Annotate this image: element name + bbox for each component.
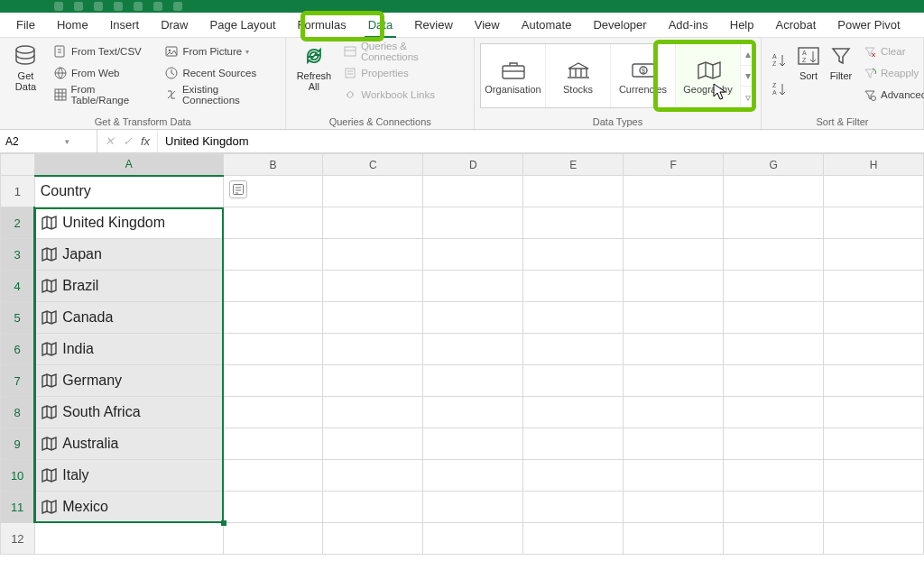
cell-H1[interactable] xyxy=(824,176,924,207)
cell-H12[interactable] xyxy=(824,523,924,555)
get-data-button[interactable]: Get Data xyxy=(5,41,46,94)
cell-H7[interactable] xyxy=(824,365,924,397)
cell-D12[interactable] xyxy=(423,523,523,555)
tab-help[interactable]: Help xyxy=(721,14,763,37)
enter-icon[interactable]: ✓ xyxy=(121,134,134,148)
recent-sources-button[interactable]: Recent Sources xyxy=(161,63,280,83)
data-type-currencies[interactable]: $ Currencies xyxy=(611,44,676,107)
cells-table[interactable]: A B C D E F G H 1Country2United Kingdom3… xyxy=(0,153,924,555)
cell-B3[interactable] xyxy=(223,239,323,271)
col-header-F[interactable]: F xyxy=(624,154,724,176)
row-header-3[interactable]: 3 xyxy=(1,239,35,271)
cell-A10[interactable]: Italy xyxy=(34,460,223,492)
fill-handle[interactable] xyxy=(221,520,226,526)
tab-file[interactable]: File xyxy=(7,14,44,37)
gallery-scroll-up[interactable]: ▴ xyxy=(741,44,755,66)
cell-D9[interactable] xyxy=(423,428,523,460)
cell-B8[interactable] xyxy=(223,397,323,428)
cell-D1[interactable] xyxy=(423,176,523,207)
tab-view[interactable]: View xyxy=(466,14,509,37)
reapply-button[interactable]: Reapply xyxy=(859,63,924,83)
cell-G5[interactable] xyxy=(724,302,824,334)
tab-developer[interactable]: Developer xyxy=(584,14,655,37)
cell-F6[interactable] xyxy=(624,334,724,365)
cell-D3[interactable] xyxy=(423,239,523,271)
advanced-filter-button[interactable]: Advanced xyxy=(859,85,924,105)
row-header-12[interactable]: 12 xyxy=(1,523,35,555)
row-header-9[interactable]: 9 xyxy=(1,428,35,460)
cell-G3[interactable] xyxy=(724,239,824,271)
tab-formulas[interactable]: Formulas xyxy=(289,14,356,37)
cell-E3[interactable] xyxy=(523,239,624,271)
tab-data[interactable]: Data xyxy=(359,14,402,37)
cell-F8[interactable] xyxy=(624,397,724,428)
cell-E6[interactable] xyxy=(523,334,624,365)
data-type-stocks[interactable]: Stocks xyxy=(546,44,611,107)
sort-button[interactable]: AZ Sort xyxy=(794,41,823,83)
cell-G6[interactable] xyxy=(724,334,824,365)
row-header-1[interactable]: 1 xyxy=(1,176,35,207)
cell-A6[interactable]: India xyxy=(34,334,223,365)
cell-F9[interactable] xyxy=(624,428,724,460)
cell-E8[interactable] xyxy=(523,397,624,428)
cell-C9[interactable] xyxy=(323,428,423,460)
cell-D6[interactable] xyxy=(423,334,523,365)
row-header-4[interactable]: 4 xyxy=(1,271,35,302)
cell-G12[interactable] xyxy=(724,523,824,555)
cell-H6[interactable] xyxy=(824,334,924,365)
cell-F4[interactable] xyxy=(624,271,724,302)
tab-addins[interactable]: Add-ins xyxy=(660,14,717,37)
row-header-10[interactable]: 10 xyxy=(1,460,35,492)
cell-E7[interactable] xyxy=(523,365,624,397)
cell-H5[interactable] xyxy=(824,302,924,334)
col-header-C[interactable]: C xyxy=(323,154,423,176)
cell-G10[interactable] xyxy=(724,460,824,492)
cell-A3[interactable]: Japan xyxy=(34,239,223,271)
cell-H10[interactable] xyxy=(824,460,924,492)
cell-A5[interactable]: Canada xyxy=(34,302,223,334)
clear-filter-button[interactable]: Clear xyxy=(859,41,924,61)
row-header-6[interactable]: 6 xyxy=(1,334,35,365)
col-header-A[interactable]: A xyxy=(34,154,223,176)
cell-D8[interactable] xyxy=(423,397,523,428)
cell-B5[interactable] xyxy=(223,302,323,334)
from-web-button[interactable]: From Web xyxy=(50,63,157,83)
cell-G2[interactable] xyxy=(724,207,824,239)
cell-E4[interactable] xyxy=(523,271,624,302)
cell-F1[interactable] xyxy=(624,176,724,207)
sort-desc-button[interactable]: ZA xyxy=(767,76,790,103)
cell-E1[interactable] xyxy=(523,176,624,207)
cell-C4[interactable] xyxy=(323,271,423,302)
cell-E11[interactable] xyxy=(523,492,624,523)
cell-D2[interactable] xyxy=(423,207,523,239)
refresh-all-button[interactable]: Refresh All xyxy=(291,41,336,94)
cell-C8[interactable] xyxy=(323,397,423,428)
row-header-5[interactable]: 5 xyxy=(1,302,35,334)
cell-B9[interactable] xyxy=(223,428,323,460)
cell-H11[interactable] xyxy=(824,492,924,523)
cell-E5[interactable] xyxy=(523,302,624,334)
insert-data-chip[interactable] xyxy=(229,180,247,198)
from-picture-button[interactable]: From Picture ▾ xyxy=(161,41,280,61)
cell-C10[interactable] xyxy=(323,460,423,492)
existing-connections-button[interactable]: Existing Connections xyxy=(161,85,280,105)
cell-C12[interactable] xyxy=(323,523,423,555)
cell-A12[interactable] xyxy=(34,523,223,555)
tab-page-layout[interactable]: Page Layout xyxy=(201,14,285,37)
cell-A2[interactable]: United Kingdom xyxy=(34,207,223,239)
cell-F11[interactable] xyxy=(624,492,724,523)
cell-B12[interactable] xyxy=(223,523,323,555)
sort-asc-button[interactable]: AZ xyxy=(767,47,790,74)
fx-icon[interactable]: fx xyxy=(139,134,152,148)
select-all-corner[interactable] xyxy=(1,154,35,176)
cell-A4[interactable]: Brazil xyxy=(34,271,223,302)
filter-button[interactable]: Filter xyxy=(827,41,855,83)
cell-C6[interactable] xyxy=(323,334,423,365)
col-header-G[interactable]: G xyxy=(724,154,824,176)
cell-E12[interactable] xyxy=(523,523,624,555)
queries-connections-button[interactable]: Queries & Connections xyxy=(339,41,468,61)
cell-A7[interactable]: Germany xyxy=(34,365,223,397)
name-box-input[interactable] xyxy=(5,135,60,148)
data-type-organisation[interactable]: Organisation xyxy=(481,44,546,107)
cell-A1[interactable]: Country xyxy=(34,176,223,207)
